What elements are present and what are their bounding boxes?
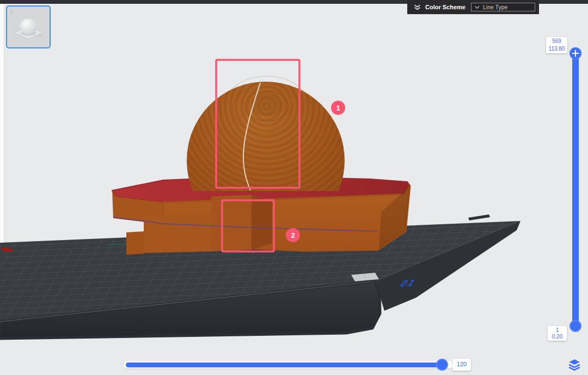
layers-view-button[interactable] [567,358,581,372]
bottom-layer-number: 1 [548,327,567,334]
thumbnail-sphere [20,19,36,35]
color-scheme-bar[interactable]: Color Scheme Line Type [407,0,539,14]
plate-thumbnail-number: 1 [10,9,13,15]
viewport-3d: 01 1 [0,0,588,375]
model-cross-beam-side [252,195,272,250]
plate-thumbnail[interactable]: 1 [6,5,51,48]
top-layer-number: 569 [546,38,567,45]
layer-slider-track[interactable] [572,50,579,329]
model-cross-step [126,231,144,255]
annotation-badge-1-number: 1 [336,104,340,112]
double-chevron-down-icon[interactable] [414,4,421,11]
step-slider-fill [126,362,446,367]
step-slider-track[interactable] [124,361,454,368]
build-plate-back-tab [468,214,490,220]
plate-thumbnail-preview: 1 [7,7,50,47]
line-type-value: Line Type [483,4,507,10]
layer-slider-top-handle[interactable] [569,47,581,59]
top-layer-height: 113.80 [546,45,567,53]
step-slider-handle[interactable] [436,359,448,371]
layer-slider-bottom-handle[interactable] [569,320,581,332]
layer-slider-top-tooltip: 569 113.80 [546,37,567,53]
color-scheme-label: Color Scheme [425,4,465,10]
layers-stack-icon [567,358,581,372]
chevron-down-icon [475,5,480,10]
plus-icon [569,47,581,59]
step-slider-tooltip: 120 [452,359,471,371]
layer-slider-bottom-tooltip: 1 0.20 [548,326,567,341]
line-type-dropdown[interactable]: Line Type [471,3,535,11]
sliced-model [112,76,410,255]
annotation-badge-2-number: 2 [291,231,295,239]
bottom-layer-height: 0.20 [548,334,567,340]
